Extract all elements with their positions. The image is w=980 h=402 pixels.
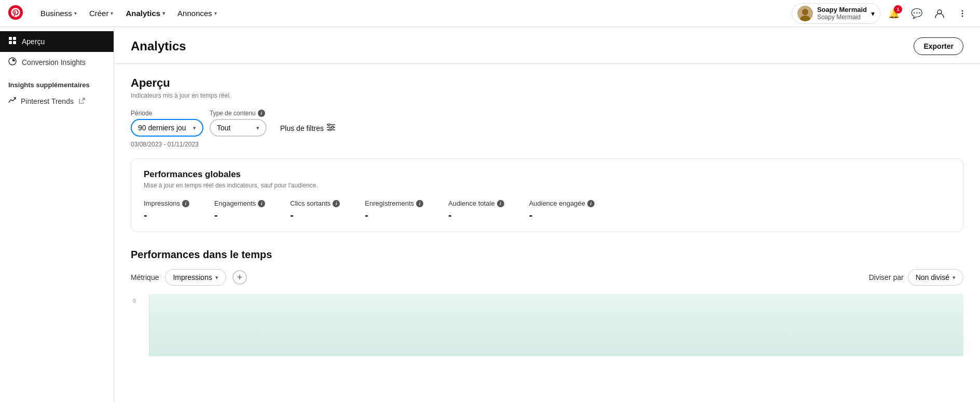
trend-icon — [8, 96, 17, 106]
svg-point-16 — [332, 126, 334, 128]
top-navigation: Business ▾ Créer ▾ Analytics ▾ Annonces … — [0, 0, 980, 27]
metric-label: Métrique — [131, 273, 159, 282]
svg-point-2 — [800, 16, 810, 21]
metric-engagements-value: - — [214, 209, 265, 221]
svg-point-1 — [802, 9, 808, 15]
svg-point-17 — [329, 129, 331, 131]
add-metric-button[interactable]: + — [232, 270, 247, 285]
date-range: 03/08/2023 - 01/11/2023 — [131, 141, 963, 148]
metric-impressions-value: - — [144, 209, 189, 221]
chevron-down-icon: ▾ — [162, 10, 165, 16]
sidebar-item-label: Pinterest Trends — [21, 97, 74, 105]
nav-item-creer[interactable]: Créer ▾ — [84, 6, 119, 21]
svg-point-0 — [8, 5, 23, 20]
info-icon[interactable]: i — [587, 200, 595, 207]
metric-clics-value: - — [290, 209, 340, 221]
info-icon[interactable]: i — [258, 200, 265, 207]
user-menu[interactable]: Soapy Mermaid Soapy Mermaid ▾ — [792, 3, 880, 24]
sidebar: Aperçu Conversion Insights Insights supp… — [0, 27, 114, 369]
content-type-label: Type de contenu i — [210, 110, 267, 117]
perf-card-subtitle: Mise à jour en temps réel des indicateur… — [144, 182, 950, 189]
chevron-down-icon: ▾ — [193, 125, 196, 131]
info-icon[interactable]: i — [258, 110, 265, 117]
metric-audience-totale-value: - — [448, 209, 504, 221]
chevron-down-icon: ▾ — [74, 10, 77, 16]
metric-enregistrements: Enregistrements i - — [365, 199, 423, 221]
user-account-name: Soapy Mermaid — [817, 6, 867, 14]
info-icon[interactable]: i — [497, 200, 504, 207]
svg-rect-10 — [13, 41, 16, 44]
time-section-title: Performances dans le temps — [131, 249, 963, 261]
info-icon[interactable]: i — [333, 200, 340, 207]
metric-controls-row: Métrique Impressions ▾ + Diviser par Non… — [131, 269, 963, 286]
perf-card-title: Performances globales — [144, 169, 950, 180]
svg-point-15 — [328, 124, 330, 126]
chevron-down-icon: ▾ — [215, 274, 218, 281]
page-title: Analytics — [131, 39, 186, 53]
svg-rect-9 — [9, 41, 12, 44]
metric-audience-engagee: Audience engagée i - — [529, 199, 595, 221]
avatar — [797, 6, 813, 21]
sidebar-section-title: Insights supplémentaires — [0, 73, 114, 91]
info-icon[interactable]: i — [182, 200, 189, 207]
notification-badge: 1 — [894, 5, 902, 14]
metric-audience-totale: Audience totale i - — [448, 199, 504, 221]
period-label: Période — [131, 110, 203, 117]
chevron-down-icon: ▾ — [871, 9, 875, 18]
svg-point-6 — [962, 15, 963, 17]
diviser-label: Diviser par — [869, 273, 904, 282]
svg-point-4 — [962, 10, 963, 11]
user-icon-button[interactable] — [930, 4, 949, 23]
main-content: Analytics Exporter Aperçu Indicateurs mi… — [114, 27, 980, 369]
overview-title: Aperçu — [131, 76, 963, 90]
chevron-down-icon: ▾ — [111, 10, 113, 16]
svg-point-5 — [962, 12, 963, 14]
more-filters-button[interactable]: Plus de filtres — [273, 119, 342, 137]
svg-rect-8 — [13, 37, 16, 40]
performances-globales-card: Performances globales Mise à jour en tem… — [131, 158, 963, 232]
filters-row: Période 90 derniers jou ▾ Type de conten… — [131, 110, 963, 137]
notifications-button[interactable]: 🔔 1 — [885, 4, 903, 23]
svg-rect-7 — [9, 37, 12, 40]
grid-icon — [8, 36, 17, 47]
period-select[interactable]: 90 derniers jou ▾ — [131, 119, 203, 137]
sidebar-item-label: Aperçu — [22, 37, 45, 46]
time-chart — [149, 294, 963, 356]
metric-clics-sortants: Clics sortants i - — [290, 199, 340, 221]
metric-engagements: Engagements i - — [214, 199, 265, 221]
page-header: Analytics Exporter — [114, 27, 980, 64]
content-type-filter-group: Type de contenu i Tout ▾ — [210, 110, 267, 137]
sidebar-item-pinterest-trends[interactable]: Pinterest Trends — [0, 91, 114, 112]
chevron-down-icon: ▾ — [256, 125, 259, 131]
sidebar-item-apercu[interactable]: Aperçu — [0, 31, 114, 52]
content-type-select[interactable]: Tout ▾ — [210, 119, 267, 137]
chevron-down-icon: ▾ — [953, 274, 956, 281]
period-filter-group: Période 90 derniers jou ▾ — [131, 110, 203, 137]
user-display-name: Soapy Mermaid — [817, 14, 867, 21]
external-link-icon — [79, 98, 85, 105]
chevron-down-icon: ▾ — [214, 10, 217, 16]
info-icon[interactable]: i — [416, 200, 423, 207]
metric-select[interactable]: Impressions ▾ — [165, 269, 226, 286]
diviser-select[interactable]: Non divisé ▾ — [908, 269, 963, 286]
nav-item-analytics[interactable]: Analytics ▾ — [120, 6, 170, 21]
metric-enregistrements-value: - — [365, 209, 423, 221]
messages-button[interactable]: 💬 — [907, 4, 926, 23]
metric-impressions: Impressions i - — [144, 199, 189, 221]
export-button[interactable]: Exporter — [914, 37, 963, 55]
chart-icon — [8, 57, 17, 68]
more-options-button[interactable] — [953, 4, 972, 23]
content-area: Aperçu Indicateurs mis à jour en temps r… — [114, 64, 980, 369]
filter-icon — [327, 124, 335, 132]
metrics-row: Impressions i - Engagements i - — [144, 199, 950, 221]
time-performance-section: Performances dans le temps Métrique Impr… — [131, 249, 963, 356]
nav-item-annonces[interactable]: Annonces ▾ — [172, 6, 222, 21]
overview-subtitle: Indicateurs mis à jour en temps réel. — [131, 92, 963, 99]
pinterest-logo[interactable] — [8, 5, 29, 21]
nav-item-business[interactable]: Business ▾ — [35, 6, 82, 21]
sidebar-item-conversion-insights[interactable]: Conversion Insights — [0, 52, 114, 73]
metric-audience-engagee-value: - — [529, 209, 595, 221]
sidebar-item-label: Conversion Insights — [22, 58, 86, 66]
